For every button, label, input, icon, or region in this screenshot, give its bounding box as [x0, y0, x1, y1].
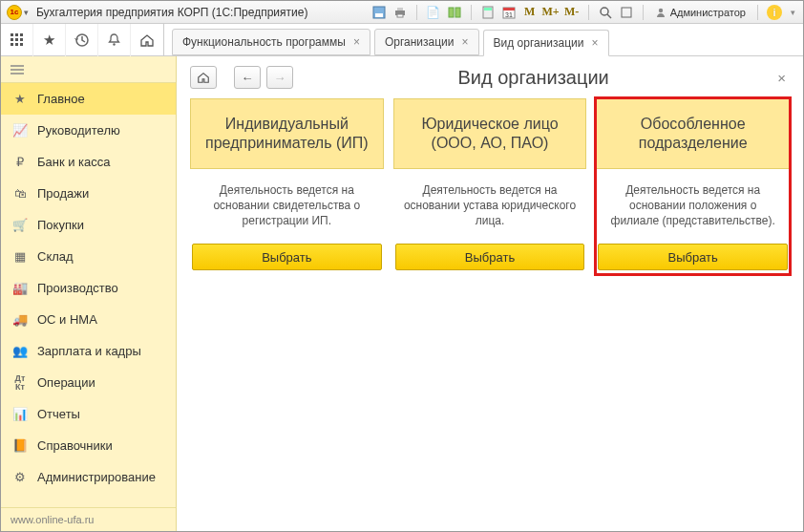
save-icon[interactable]	[371, 5, 387, 20]
star-icon: ★	[12, 92, 28, 106]
select-button[interactable]: Выбрать	[598, 244, 788, 270]
select-button[interactable]: Выбрать	[192, 244, 382, 270]
bag-icon: 🛍	[12, 186, 28, 201]
sidebar-item-admin[interactable]: ⚙ Администрирование	[1, 461, 176, 493]
svg-rect-24	[20, 43, 23, 46]
dtkt-icon: ДтКт	[12, 374, 28, 392]
sidebar-item-bank[interactable]: ₽ Банк и касса	[1, 146, 176, 178]
memory-mminus-button[interactable]: M-	[564, 5, 580, 20]
zoom-icon[interactable]	[598, 5, 613, 20]
boxes-icon: ▦	[12, 249, 28, 264]
sidebar-item-operations[interactable]: ДтКт Операции	[1, 367, 176, 398]
tab-label: Вид организации	[494, 36, 584, 50]
apps-grid-icon[interactable]	[1, 24, 33, 56]
calculator-icon[interactable]	[480, 5, 496, 20]
page-nav-buttons: ← →	[190, 66, 293, 89]
svg-rect-17	[15, 33, 18, 36]
window-mode-icon[interactable]	[619, 5, 634, 20]
tab-label: Функциональность программы	[182, 35, 346, 49]
sidebar-item-hr[interactable]: 👥 Зарплата и кадры	[1, 335, 176, 367]
notifications-bell-icon[interactable]	[98, 24, 131, 56]
document-icon[interactable]: 📄	[426, 5, 441, 20]
tab-close-icon[interactable]: ×	[591, 36, 598, 50]
sidebar-item-label: Руководителю	[37, 123, 120, 138]
user-label: Администратор	[670, 7, 746, 18]
tab-organizations[interactable]: Организации ×	[374, 29, 479, 55]
svg-point-12	[601, 8, 608, 15]
history-icon[interactable]	[66, 24, 98, 56]
people-icon: 👥	[12, 344, 28, 358]
ruble-icon: ₽	[12, 155, 28, 169]
sidebar-item-label: Операции	[37, 375, 95, 390]
compare-icon[interactable]	[447, 5, 462, 20]
nav-forward-button[interactable]: →	[266, 66, 293, 89]
tab-close-icon[interactable]: ×	[462, 35, 469, 49]
home-icon[interactable]	[131, 24, 163, 56]
sidebar-item-directories[interactable]: 📙 Справочники	[1, 430, 176, 461]
svg-point-26	[113, 43, 115, 45]
svg-rect-22	[11, 43, 13, 46]
sidebar-item-label: Справочники	[37, 438, 113, 453]
tab-close-icon[interactable]: ×	[353, 35, 360, 49]
print-icon[interactable]	[392, 5, 408, 20]
sidebar-item-main[interactable]: ★ Главное	[1, 83, 176, 115]
sidebar-item-manager[interactable]: 📈 Руководителю	[1, 115, 176, 146]
sidebar-item-warehouse[interactable]: ▦ Склад	[1, 241, 176, 272]
sidebar-collapse-icon[interactable]	[1, 56, 176, 83]
card-title: Юридическое лицо (ООО, АО, ПАО)	[393, 98, 587, 169]
app-body: ★ Главное 📈 Руководителю ₽ Банк и касса …	[1, 56, 803, 531]
sidebar-item-reports[interactable]: 📊 Отчеты	[1, 398, 176, 430]
gear-icon: ⚙	[12, 470, 28, 484]
titlebar-actions: 📄 31 M M+ M- Администратор i ▾	[371, 5, 797, 20]
svg-rect-20	[15, 38, 18, 41]
window-titlebar: 1c ▾ Бухгалтерия предприятия КОРП (1С:Пр…	[1, 1, 803, 24]
sidebar-item-label: Банк и касса	[37, 155, 111, 169]
sidebar-item-label: Главное	[37, 92, 85, 106]
sidebar-item-label: Покупки	[37, 218, 84, 232]
app-logo-icon: 1c	[7, 5, 22, 20]
sidebar-item-label: Производство	[37, 281, 118, 295]
memory-mplus-button[interactable]: M+	[543, 5, 559, 20]
info-chevron-icon[interactable]: ▾	[788, 5, 797, 20]
sidebar-item-label: ОС и НМА	[37, 312, 97, 327]
card-description: Деятельность ведется на основании устава…	[393, 169, 587, 244]
svg-line-13	[607, 14, 611, 18]
sidebar-item-assets[interactable]: 🚚 ОС и НМА	[1, 304, 176, 335]
app-menu-chevron-icon[interactable]: ▾	[24, 8, 29, 17]
sidebar: ★ Главное 📈 Руководителю ₽ Банк и касса …	[1, 56, 177, 531]
chart-line-icon: 📈	[12, 123, 28, 138]
card-description: Деятельность ведется на основании положе…	[596, 169, 790, 244]
book-icon: 📙	[12, 438, 28, 453]
nav-back-button[interactable]: ←	[234, 66, 261, 89]
sidebar-footer: www.online-ufa.ru	[1, 507, 176, 531]
card-separate-division: Обособленное подразделение Деятельность …	[596, 98, 790, 274]
favorites-star-icon[interactable]: ★	[33, 24, 66, 56]
sidebar-item-label: Продажи	[37, 186, 89, 201]
calendar-icon[interactable]: 31	[501, 5, 517, 20]
bars-icon: 📊	[12, 407, 28, 421]
card-description: Деятельность ведется на основании свидет…	[190, 169, 384, 244]
user-icon	[655, 7, 666, 18]
sidebar-item-label: Склад	[37, 249, 74, 264]
info-icon[interactable]: i	[767, 5, 782, 20]
svg-rect-16	[11, 33, 13, 36]
sidebar-item-purchases[interactable]: 🛒 Покупки	[1, 209, 176, 241]
tab-label: Организации	[385, 35, 455, 49]
select-button[interactable]: Выбрать	[395, 244, 585, 270]
tab-org-type[interactable]: Вид организации ×	[483, 30, 609, 56]
truck-icon: 🚚	[12, 312, 28, 327]
page-close-icon[interactable]: ×	[773, 70, 790, 86]
tab-functionality[interactable]: Функциональность программы ×	[172, 29, 370, 55]
sidebar-item-production[interactable]: 🏭 Производство	[1, 272, 176, 304]
sidebar-item-label: Администрирование	[37, 470, 156, 484]
nav-home-button[interactable]	[190, 66, 217, 89]
tab-bar: Функциональность программы × Организации…	[164, 24, 609, 55]
current-user[interactable]: Администратор	[652, 7, 749, 18]
card-title: Обособленное подразделение	[596, 98, 790, 169]
sidebar-item-label: Зарплата и кадры	[37, 344, 141, 358]
page-title: Вид организации	[293, 67, 773, 89]
memory-m-button[interactable]: M	[522, 5, 538, 20]
svg-rect-10	[503, 8, 515, 11]
page-header: ← → Вид организации ×	[190, 66, 790, 89]
sidebar-item-sales[interactable]: 🛍 Продажи	[1, 178, 176, 209]
